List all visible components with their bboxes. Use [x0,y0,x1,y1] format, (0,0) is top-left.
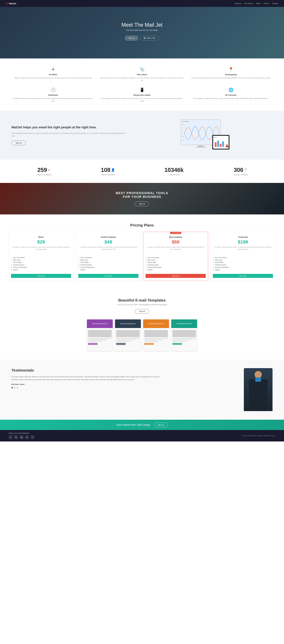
templates-gallery [9,320,275,351]
hero-content: Meet The Mail Jet The Best Mail Service … [121,22,162,40]
monitor-stand [198,145,204,147]
feature-check-1-1: ✓ [78,259,79,261]
dot-1[interactable] [12,387,13,388]
template-header-1 [115,320,141,328]
feature-item-3-5: ✓ Support [213,268,273,271]
plan-select-button-3[interactable]: select plan [213,274,273,278]
feature-item-1-0: ✓ Up to 15 members [78,256,138,259]
nav-careers[interactable]: Careers [263,2,269,4]
feature-check-0-1: ✓ [11,259,12,261]
templates-subtitle: You can choose from 1000+ well designed … [9,304,275,306]
feature-item-2-0: ✓ Up to 15 members [146,256,206,259]
pricing-grid: Basic $29 For large or complex teams, co… [9,232,275,281]
feature-icon-5: 🌐 [189,88,272,92]
feature-item-3-2: ✓ SSO & SAML [213,261,273,264]
dot-3[interactable] [17,387,18,388]
linkedin-icon[interactable]: in [14,435,18,439]
cta-text: Don't waste time! Start using! [116,424,150,426]
svg-text:40: 40 [182,124,184,125]
feature-check-3-4: ✓ [213,266,214,268]
feature-item-3: 🕐 Dashboard In addition to the reports t… [12,88,95,102]
feature-item-2-3: ✗ Unlimited projects [146,264,206,266]
feature-name-1: Files attach [100,74,184,76]
bridge-signup-button[interactable]: Sign Up [135,202,149,206]
stat-icon-1: 👤 [111,168,115,172]
social-section: Follow Us on Social Networks f in ig p t [9,432,34,439]
feature-check-0-5: ✗ [11,269,12,270]
pinterest-icon[interactable]: p [25,435,29,439]
stat-item-0: 259 ✓ Projects Completed [36,167,51,176]
svg-point-22 [225,146,229,148]
middle-signup-button[interactable]: Sign Up [12,141,26,145]
twitter-icon[interactable]: t [30,435,34,439]
hero-title: Meet The Mail Jet [121,22,162,28]
stat-icon-3: 🍸 [244,168,248,172]
stat-label-3: Glasses of Martini [234,174,248,176]
stat-item-3: 306 🍸 Glasses of Martini [234,167,248,176]
pricing-card-2: recommended Big Company $59 For large or… [143,232,208,281]
feature-item-2: 📍 Geotargeting Access your MailJet accou… [189,67,272,82]
plan-select-button-1[interactable]: select plan [78,274,138,278]
facebook-icon[interactable]: f [9,435,13,439]
stat-label-1: Awards Received [101,174,115,176]
cta-signup-button[interactable]: Sign Up [154,422,168,427]
bar-chart-svg: Charts [213,136,229,149]
nav-services[interactable]: Our services [244,2,253,4]
nav-brand: MailJet [9,2,16,5]
testimonials-image [172,368,272,411]
navbar: MailJet About us Our services Clients Ca… [0,0,284,7]
hero-buttons: Sign Up Take a Tour [121,36,162,40]
nav-about[interactable]: About us [235,2,241,4]
plan-name-2: Big Company [146,236,206,238]
plan-price-0: $29 [11,239,71,245]
copyright: 2015 COPYRIGHT BY MAILJET. PRIVACY POLIC… [242,435,275,436]
plan-select-button-2[interactable]: select plan [146,274,206,278]
testimonials-section: Testimonials For luxury retailer, Billy … [0,360,284,420]
play-icon [144,37,146,39]
instagram-icon[interactable]: ig [20,435,24,439]
view-all-button[interactable]: View All [135,309,149,314]
monitor-base [195,147,207,148]
template-body-3 [171,328,197,351]
feature-name-4: Responsive emails [100,94,184,96]
hero-tour-button[interactable]: Take a Tour [140,36,159,40]
bridge-title: BEST PROFESSIONAL TOOLSFOR YOUR BUSINESS [116,191,168,199]
feature-check-1-4: ✗ [78,266,79,268]
template-card-3[interactable] [171,320,197,351]
nav-clients[interactable]: Clients [256,2,261,4]
hero-signup-button[interactable]: Sign Up [125,36,138,40]
svg-rect-19 [220,144,221,147]
dot-2[interactable] [14,387,16,388]
svg-text:0: 0 [182,132,183,134]
middle-banner: MailJet helps you email the right people… [0,111,284,160]
template-card-1[interactable] [115,320,141,351]
feature-item-0-4: ✗ Premium Dashboards [11,266,71,268]
feature-item-1-1: ✓ Data export [78,259,138,261]
template-card-0[interactable] [87,320,113,351]
feature-desc-2: Access your MailJet account from your ph… [189,77,272,79]
feature-check-2-5: ✓ [146,269,147,270]
feature-desc-0: MailJet's send time optimization recomme… [12,77,95,79]
bottom-footer: Follow Us on Social Networks f in ig p t… [0,430,284,442]
feature-icon-4: 📱 [100,88,184,92]
feature-item-0-1: ✓ Data export [11,259,71,261]
feature-item-2-5: ✓ Support [146,268,206,271]
recommended-badge: recommended [170,232,181,234]
feature-item-3-1: ✓ Data export [213,259,273,261]
feature-check-2-2: ✓ [146,262,147,263]
plan-select-button-0[interactable]: select plan [11,274,71,278]
plan-desc-2: For large or complex teams, contact our … [146,246,206,255]
feature-item-0-5: ✗ Support [11,268,71,271]
nav-contacts[interactable]: Contacts [272,2,278,4]
person-tie [255,378,261,382]
plan-features-1: ✓ Up to 15 members ✓ Data export ✓ SSO &… [78,256,138,271]
plan-features-3: ✓ Up to 15 members ✓ Data export ✓ SSO &… [213,256,273,271]
feature-item-3-0: ✓ Up to 15 members [213,256,273,259]
svg-text:-20: -20 [182,136,184,137]
feature-item-4: 📱 Responsive emails Our templates and fo… [100,88,184,102]
template-card-2[interactable] [143,320,169,351]
mailjet-logo-icon [6,2,8,4]
plan-features-2: ✓ Up to 15 members ✓ Data export ✓ SSO &… [146,256,206,271]
svg-rect-18 [217,141,219,147]
plan-price-2: $59 [146,239,206,245]
